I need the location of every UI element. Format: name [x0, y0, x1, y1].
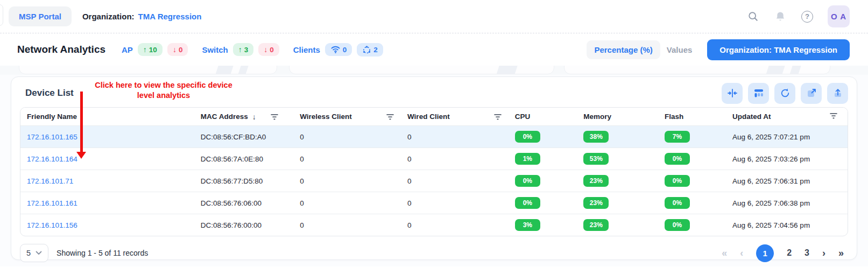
mac-cell: DC:08:56:76:06:00 — [194, 192, 293, 214]
memory-badge: 23% — [583, 175, 609, 187]
wired-cell: 0 — [401, 170, 509, 192]
wireless-cell: 0 — [293, 148, 401, 170]
filter-icon[interactable] — [493, 113, 502, 121]
refresh-button[interactable] — [774, 83, 795, 104]
device-link[interactable]: 172.16.101.161 — [27, 199, 77, 207]
cpu-badge: 1% — [515, 153, 540, 165]
device-link[interactable]: 172.16.101.71 — [27, 177, 73, 185]
flash-badge: 0% — [665, 197, 690, 209]
refresh-icon — [780, 88, 791, 99]
col-mac-address[interactable]: MAC Address ↓ — [194, 108, 293, 126]
device-link[interactable]: 172.16.101.164 — [27, 155, 77, 163]
filter-icon[interactable] — [386, 113, 394, 121]
device-list-panel: Click here to view the specific device l… — [11, 76, 857, 260]
prev-page-button[interactable]: ‹ — [740, 248, 743, 259]
annotation-arrow-head — [76, 152, 86, 159]
mac-cell: DC:08:56:CF:BD:A0 — [194, 126, 293, 148]
msp-portal-button[interactable]: MSP Portal — [9, 6, 72, 26]
first-page-button[interactable]: « — [722, 248, 727, 259]
cpu-badge: 0% — [515, 175, 540, 187]
device-link[interactable]: 172.16.101.165 — [27, 133, 77, 141]
ghost-card — [19, 66, 277, 74]
table-row[interactable]: 172.16.101.161 DC:08:56:76:06:00 0 0 0% … — [20, 192, 848, 214]
switch-up-badge: ↑3 — [233, 43, 254, 56]
mesh-clients-badge: 2 — [357, 43, 383, 57]
wireless-cell: 0 — [293, 214, 401, 236]
search-icon[interactable] — [746, 10, 759, 23]
wireless-cell: 0 — [293, 192, 401, 214]
page-button-1[interactable]: 1 — [756, 244, 774, 262]
notifications-bell-icon[interactable] — [774, 10, 787, 23]
upload-icon — [832, 88, 843, 99]
column-settings-button[interactable] — [748, 83, 769, 104]
filter-icon[interactable] — [829, 112, 838, 120]
table-header-row: Friendly Name MAC Address ↓ Wireless Cli… — [20, 108, 848, 126]
ap-down-count: 0 — [179, 46, 183, 54]
col-wired-client[interactable]: Wired Client — [401, 108, 509, 126]
page-content: Click here to view the specific device l… — [0, 75, 868, 266]
wired-cell: 0 — [401, 148, 509, 170]
mac-cell: DC:08:56:76:00:00 — [194, 214, 293, 236]
col-memory[interactable]: Memory — [577, 108, 658, 126]
organization-selector-button[interactable]: Organization: TMA Regression — [707, 39, 850, 60]
table-row[interactable]: 172.16.101.156 DC:08:56:76:00:00 0 0 3% … — [20, 214, 848, 236]
device-list-title: Device List — [25, 88, 74, 99]
col-friendly-name[interactable]: Friendly Name — [20, 108, 194, 126]
clients-label[interactable]: Clients — [293, 45, 320, 54]
up-arrow-icon: ↑ — [143, 45, 147, 54]
page-button-2[interactable]: 2 — [787, 248, 792, 258]
export-button[interactable] — [827, 83, 848, 104]
pagination: « ‹ 1 2 3 › » — [722, 244, 844, 262]
last-page-button[interactable]: » — [838, 248, 844, 259]
organization-value-link[interactable]: TMA Regression — [138, 12, 202, 21]
expand-button[interactable] — [801, 83, 822, 104]
device-link[interactable]: 172.16.101.156 — [27, 221, 77, 229]
network-analytics-header: Network Analytics AP ↑10 ↓0 Switch ↑3 ↓0… — [0, 33, 868, 66]
page-title: Network Analytics — [17, 44, 105, 55]
table-row[interactable]: 172.16.101.164 DC:08:56:7A:0E:80 0 0 1% … — [20, 148, 848, 170]
switch-label[interactable]: Switch — [202, 45, 228, 54]
page-button-3[interactable]: 3 — [805, 248, 809, 258]
device-table: Friendly Name MAC Address ↓ Wireless Cli… — [20, 107, 848, 236]
down-arrow-icon: ↓ — [173, 45, 177, 54]
annotation-line-2: level analytics — [80, 90, 247, 101]
mac-cell: DC:08:56:77:D5:80 — [194, 170, 293, 192]
toggle-percentage[interactable]: Percentage (%) — [587, 40, 660, 59]
wired-cell: 0 — [401, 192, 509, 214]
collapse-columns-button[interactable] — [722, 83, 743, 104]
device-list-toolbar — [722, 83, 848, 104]
expand-icon — [806, 88, 817, 99]
table-row[interactable]: 172.16.101.71 DC:08:56:77:D5:80 0 0 0% 2… — [20, 170, 848, 192]
table-row[interactable]: 172.16.101.165 DC:08:56:CF:BD:A0 0 0 0% … — [20, 126, 848, 148]
updated-cell: Aug 6, 2025 7:07:21 pm — [726, 126, 823, 148]
wireless-clients-badge: 0 — [325, 43, 352, 56]
ap-up-count: 10 — [149, 46, 157, 54]
toggle-values[interactable]: Values — [660, 40, 699, 59]
up-arrow-icon: ↑ — [238, 45, 242, 54]
avatar[interactable]: O A — [828, 5, 850, 27]
switch-up-count: 3 — [244, 46, 249, 54]
switch-down-badge: ↓0 — [258, 43, 279, 56]
col-wireless-client[interactable]: Wireless Client — [293, 108, 401, 126]
col-flash[interactable]: Flash — [658, 108, 726, 126]
page-size-select[interactable]: 5 — [20, 244, 48, 262]
mac-cell: DC:08:56:7A:0E:80 — [194, 148, 293, 170]
updated-cell: Aug 6, 2025 7:03:26 pm — [726, 148, 823, 170]
compress-icon — [727, 88, 738, 99]
sort-desc-icon[interactable]: ↓ — [252, 113, 256, 121]
col-cpu[interactable]: CPU — [509, 108, 577, 126]
table-footer: 5 Showing 1 - 5 of 11 records « ‹ 1 2 3 … — [11, 236, 857, 264]
updated-cell: Aug 6, 2025 7:06:38 pm — [726, 192, 823, 214]
updated-cell: Aug 6, 2025 7:04:56 pm — [726, 214, 823, 236]
ap-down-badge: ↓0 — [167, 43, 188, 56]
annotation-line-1: Click here to view the specific device — [80, 80, 247, 90]
ap-label[interactable]: AP — [122, 45, 133, 54]
memory-badge: 23% — [583, 197, 609, 209]
col-updated-at[interactable]: Updated At — [726, 108, 823, 126]
next-page-button[interactable]: › — [822, 248, 825, 259]
filter-icon[interactable] — [270, 113, 279, 121]
down-arrow-icon: ↓ — [264, 45, 267, 54]
help-icon[interactable]: ? — [801, 11, 813, 23]
annotation-arrow — [80, 92, 83, 152]
topbar-actions: ? O A — [746, 5, 850, 27]
